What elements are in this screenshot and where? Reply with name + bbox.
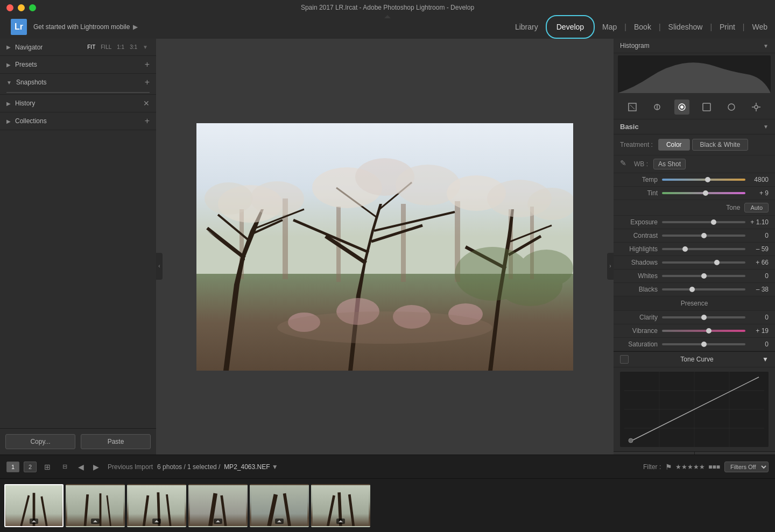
whites-thumb[interactable] (701, 273, 707, 279)
tint-thumb[interactable] (703, 190, 708, 196)
previous-button[interactable]: Previous (614, 452, 695, 455)
snapshots-header[interactable]: ▼ Snapshots + (0, 74, 156, 91)
whites-slider[interactable] (662, 275, 745, 277)
film-thumb-6[interactable] (311, 484, 370, 527)
svg-marker-82 (277, 520, 281, 522)
copy-button[interactable]: Copy... (5, 434, 75, 449)
temp-slider[interactable] (662, 179, 745, 181)
minimize-button[interactable] (18, 4, 25, 11)
contrast-slider[interactable] (662, 235, 745, 237)
prev-photo-arrow[interactable]: ◀ (75, 462, 86, 472)
filter-flag-icon[interactable]: ⚑ (665, 463, 672, 471)
saturation-thumb[interactable] (701, 342, 707, 347)
tone-curve-canvas-area (614, 367, 775, 451)
tint-slider[interactable] (662, 192, 745, 194)
color-treatment-button[interactable]: Color (658, 139, 690, 151)
highlights-thumb[interactable] (682, 246, 688, 252)
nav-develop[interactable]: Develop (546, 15, 595, 39)
vibrance-thumb[interactable] (706, 328, 711, 334)
close-button[interactable] (6, 4, 13, 11)
page-2-button[interactable]: 2 (24, 462, 37, 472)
spot-removal-tool[interactable] (650, 100, 665, 115)
highlights-slider-row: Highlights – 59 (614, 243, 775, 256)
nav-library[interactable]: Library (508, 15, 546, 39)
nav-web[interactable]: Web (744, 15, 775, 39)
shadows-thumb[interactable] (714, 260, 720, 265)
blacks-slider[interactable] (662, 288, 745, 290)
adjustment-brush-tool[interactable] (749, 100, 764, 115)
svg-marker-87 (339, 520, 343, 522)
blacks-thumb[interactable] (689, 287, 695, 292)
page-1-button[interactable]: 1 (6, 462, 19, 472)
clarity-slider[interactable] (662, 316, 745, 318)
graduated-filter-tool[interactable] (699, 100, 714, 115)
paste-button[interactable]: Paste (81, 434, 151, 449)
tone-curve-display[interactable] (620, 372, 769, 447)
nav-book[interactable]: Book (626, 15, 659, 39)
tone-auto-button[interactable]: Auto (744, 203, 769, 212)
basic-arrow: ▼ (763, 124, 769, 130)
presets-header[interactable]: ▶ Presets + (0, 56, 156, 73)
vibrance-slider[interactable] (662, 330, 745, 332)
exposure-label: Exposure (620, 218, 658, 226)
zoom-fill[interactable]: FILL (99, 44, 113, 51)
collections-header[interactable]: ▶ Collections + (0, 112, 156, 130)
film-thumb-1[interactable] (4, 484, 64, 527)
filter-star-icons[interactable]: ★★★★★ (675, 463, 705, 471)
filename-arrow[interactable]: ▼ (272, 463, 278, 471)
radial-filter-tool[interactable] (724, 100, 739, 115)
basic-section-header[interactable]: Basic ▼ (614, 119, 775, 134)
right-panel-collapse[interactable]: › (607, 253, 614, 280)
thumb-badge-4 (214, 519, 222, 524)
wb-value[interactable]: As Shot (653, 159, 686, 169)
maximize-button[interactable] (29, 4, 36, 11)
red-eye-tool[interactable] (674, 100, 689, 115)
exposure-thumb[interactable] (711, 219, 716, 225)
clarity-thumb[interactable] (701, 315, 707, 320)
history-close-button[interactable]: ✕ (143, 99, 150, 108)
nav-slideshow[interactable]: Slideshow (661, 15, 710, 39)
zoom-fit[interactable]: FIT (86, 44, 97, 51)
tone-curve-header[interactable]: Tone Curve ▼ (614, 351, 775, 367)
shadows-slider[interactable] (662, 261, 745, 264)
temp-thumb[interactable] (705, 177, 710, 182)
film-thumb-2[interactable] (66, 484, 125, 527)
wb-label: WB : (634, 160, 648, 168)
snapshots-add-button[interactable]: + (145, 77, 150, 87)
histogram-header[interactable]: Histogram ▼ (614, 39, 775, 53)
presets-add-button[interactable]: + (145, 60, 150, 69)
zoom-1to1[interactable]: 1:1 (115, 44, 126, 51)
contrast-thumb[interactable] (701, 233, 707, 238)
highlights-slider[interactable] (662, 248, 745, 250)
tone-curve-buttons: Previous Reset (Adobe) (614, 451, 775, 455)
tone-curve-toggle[interactable] (620, 355, 629, 364)
nav-print[interactable]: Print (712, 15, 743, 39)
left-collapse-icon: ‹ (158, 263, 160, 269)
film-thumb-5[interactable] (250, 484, 309, 527)
saturation-slider[interactable] (662, 343, 745, 345)
loupe-view-button[interactable]: ⊟ (58, 462, 71, 472)
history-header[interactable]: ▶ History ✕ (0, 95, 156, 112)
window-title: Spain 2017 LR.lrcat - Adobe Photoshop Li… (301, 4, 474, 11)
left-panel-collapse[interactable]: ‹ (156, 253, 163, 280)
filter-color-icons[interactable]: ■■■ (708, 463, 720, 471)
exposure-slider[interactable] (662, 221, 745, 223)
mobile-promo-banner[interactable]: Get started with Lightroom mobile ▶ (33, 23, 138, 31)
film-thumb-4[interactable] (188, 484, 248, 527)
grid-view-button[interactable]: ⊞ (41, 462, 54, 472)
zoom-3to1[interactable]: 3:1 (128, 44, 139, 51)
crop-tool[interactable] (625, 100, 640, 115)
zoom-dropdown[interactable]: ▼ (141, 44, 150, 51)
filter-controls: ⚑ ★★★★★ ■■■ (665, 463, 720, 471)
wb-eyedropper-icon[interactable]: ✎ (620, 159, 631, 169)
titlebar: Spain 2017 LR.lrcat - Adobe Photoshop Li… (0, 0, 775, 15)
bw-treatment-button[interactable]: Black & White (692, 139, 749, 151)
history-label: History (15, 100, 143, 107)
collections-add-button[interactable]: + (145, 116, 150, 126)
film-thumb-3[interactable] (127, 484, 186, 527)
reset-adobe-button[interactable]: Reset (Adobe) (695, 452, 776, 455)
filter-off-select[interactable]: Filters Off (724, 462, 769, 472)
nav-map[interactable]: Map (595, 15, 624, 39)
next-photo-arrow[interactable]: ▶ (90, 462, 101, 472)
shadows-label: Shadows (620, 259, 658, 266)
